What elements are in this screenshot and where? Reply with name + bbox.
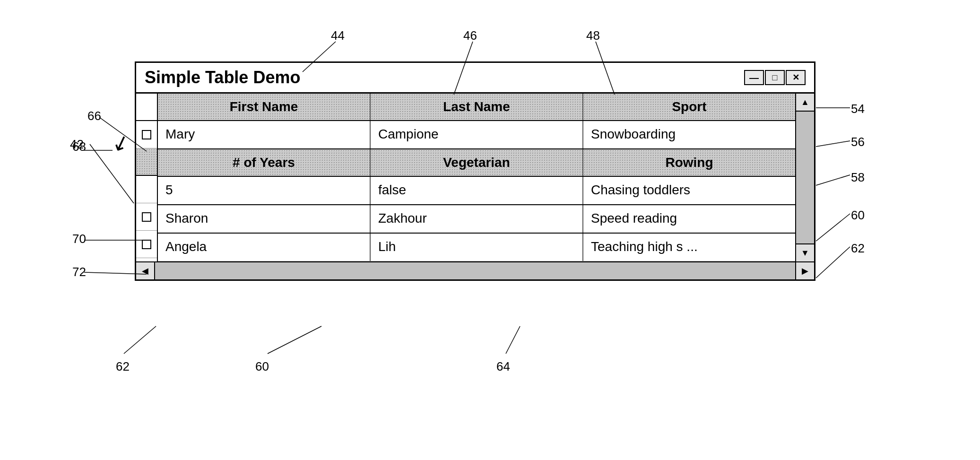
annotation-54: 54 [851,102,865,116]
vertical-scrollbar: ▲ ▼ [795,94,814,261]
scroll-up-button[interactable]: ▲ [796,94,814,112]
cell-5-vegetarian: false [371,177,583,204]
annotation-72: 72 [72,265,86,279]
close-button[interactable]: ✕ [786,70,806,85]
header-firstname: First Name [158,94,371,120]
table-row[interactable]: Mary Campione Snowboarding [158,121,795,149]
table-row[interactable]: Angela Lih Teaching high s ... [158,234,795,261]
subheader-rowing: Rowing [583,149,795,176]
svg-line-13 [268,326,321,354]
annotation-48: 48 [586,28,600,43]
table-subheader-row: # of Years Vegetarian Rowing [158,149,795,177]
cell-angela-firstname: Angela [158,234,371,261]
table-row[interactable]: Sharon Zakhour Speed reading [158,205,795,234]
scroll-track-horizontal[interactable] [155,262,795,279]
subheader-vegetarian: Vegetarian [371,149,583,176]
annotation-44: 44 [331,28,345,43]
window-controls: — □ ✕ [744,70,806,85]
cell-angela-lastname: Lih [371,234,583,261]
cell-5-years: 5 [158,177,371,204]
annotation-46: 46 [463,28,477,43]
svg-line-6 [816,175,850,185]
subheader-years: # of Years [158,149,371,176]
table-header: First Name Last Name Sport [158,94,795,121]
window-title: Simple Table Demo [145,68,300,87]
scroll-left-button[interactable]: ◀ [136,262,155,279]
annotation-64: 64 [496,359,510,374]
svg-line-15 [124,326,156,354]
annotation-56: 56 [851,135,865,149]
cell-angela-sport: Teaching high s ... [583,234,795,261]
scroll-down-button[interactable]: ▼ [796,243,814,261]
cell-mary-lastname: Campione [371,121,583,148]
header-lastname: Last Name [371,94,583,120]
row-selector-mary[interactable] [136,121,157,148]
annotation-68: 68 [72,139,86,154]
cell-mary-firstname: Mary [158,121,371,148]
annotation-66: 66 [87,109,101,123]
svg-line-7 [816,214,850,241]
minimize-button[interactable]: — [744,70,764,85]
row-selector-sharon[interactable] [136,203,157,231]
svg-line-14 [506,326,520,354]
annotation-62a: 62 [851,241,865,256]
cell-sharon-lastname: Zakhour [371,205,583,233]
main-table: First Name Last Name Sport Mary Campione… [158,94,795,261]
cell-sharon-firstname: Sharon [158,205,371,233]
row-selector-5[interactable] [136,176,157,203]
maximize-button[interactable]: □ [765,70,785,85]
header-sport: Sport [583,94,795,120]
scroll-right-button[interactable]: ▶ [795,262,814,279]
annotation-62b: 62 [116,359,130,374]
cell-sharon-sport: Speed reading [583,205,795,233]
annotation-60b: 60 [255,359,269,374]
annotation-60a: 60 [851,208,865,223]
cell-mary-sport: Snowboarding [583,121,795,148]
scroll-track-vertical[interactable] [796,112,814,243]
row-selector-column [136,94,158,261]
cell-5-sport: Chasing toddlers [583,177,795,204]
cursor-pointer: ↖ [109,130,133,159]
annotation-70: 70 [72,232,86,246]
row-selector-angela[interactable] [136,231,157,258]
window: Simple Table Demo — □ ✕ [135,61,815,281]
table-row[interactable]: 5 false Chasing toddlers [158,177,795,205]
title-bar: Simple Table Demo — □ ✕ [136,63,814,94]
svg-line-5 [816,141,850,147]
horizontal-scrollbar: ◀ ▶ [136,261,814,279]
svg-line-8 [816,247,850,278]
table-container: First Name Last Name Sport Mary Campione… [136,94,814,261]
annotation-58: 58 [851,170,865,185]
